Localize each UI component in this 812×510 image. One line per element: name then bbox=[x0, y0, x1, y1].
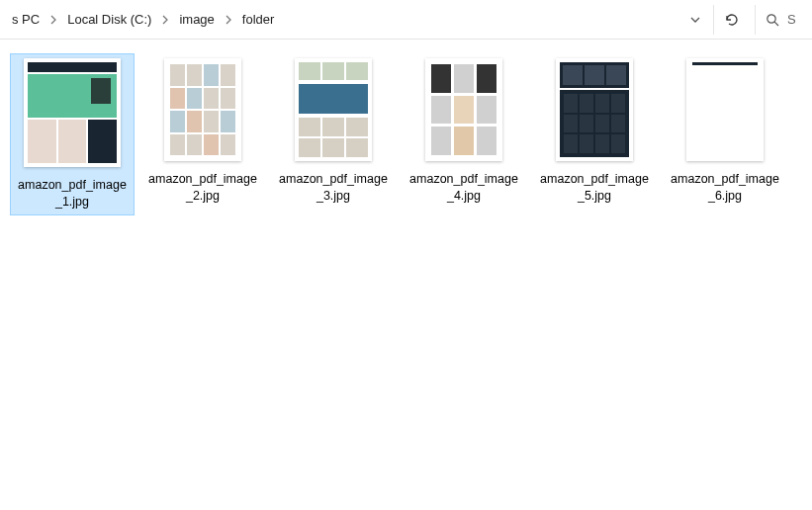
file-thumbnail bbox=[425, 58, 502, 161]
chevron-right-icon bbox=[223, 15, 234, 25]
chevron-right-icon bbox=[159, 15, 171, 25]
refresh-icon bbox=[724, 12, 740, 28]
refresh-button[interactable] bbox=[713, 5, 749, 35]
breadcrumb-item[interactable]: folder bbox=[238, 10, 279, 29]
file-name-label: amazon_pdf_image_5.jpg bbox=[537, 171, 652, 205]
chevron-down-icon bbox=[689, 16, 701, 24]
breadcrumb-item[interactable]: image bbox=[175, 10, 218, 29]
address-toolbar: s PC Local Disk (C:) image folder S bbox=[0, 0, 812, 40]
file-item[interactable]: amazon_pdf_image_6.jpg bbox=[663, 53, 787, 210]
file-item[interactable]: amazon_pdf_image_3.jpg bbox=[271, 53, 396, 210]
file-thumbnail bbox=[556, 58, 633, 161]
svg-line-1 bbox=[774, 22, 778, 26]
file-name-label: amazon_pdf_image_4.jpg bbox=[406, 171, 521, 205]
breadcrumb-item[interactable]: Local Disk (C:) bbox=[63, 10, 155, 29]
file-name-label: amazon_pdf_image_6.jpg bbox=[668, 171, 782, 205]
file-name-label: amazon_pdf_image_2.jpg bbox=[145, 171, 260, 205]
chevron-right-icon bbox=[47, 15, 59, 25]
file-name-label: amazon_pdf_image_3.jpg bbox=[276, 171, 391, 205]
breadcrumb: s PC Local Disk (C:) image folder bbox=[4, 10, 681, 29]
file-thumbnail bbox=[686, 58, 764, 161]
file-thumbnail bbox=[24, 58, 121, 167]
search-placeholder: S bbox=[787, 12, 796, 27]
file-thumbnail bbox=[295, 58, 372, 161]
history-dropdown-button[interactable] bbox=[681, 6, 709, 34]
svg-point-0 bbox=[767, 14, 775, 22]
file-item[interactable]: amazon_pdf_image_2.jpg bbox=[140, 53, 265, 210]
file-item[interactable]: amazon_pdf_image_4.jpg bbox=[402, 53, 526, 210]
search-input[interactable]: S bbox=[755, 5, 808, 35]
file-item[interactable]: amazon_pdf_image_5.jpg bbox=[532, 53, 657, 210]
file-thumbnail bbox=[164, 58, 241, 161]
file-item[interactable]: amazon_pdf_image_1.jpg bbox=[10, 53, 135, 215]
file-name-label: amazon_pdf_image_1.jpg bbox=[15, 177, 130, 211]
breadcrumb-item[interactable]: s PC bbox=[8, 10, 44, 29]
search-icon bbox=[766, 13, 779, 27]
file-grid: amazon_pdf_image_1.jpg amazon_pdf_image_… bbox=[0, 40, 812, 229]
